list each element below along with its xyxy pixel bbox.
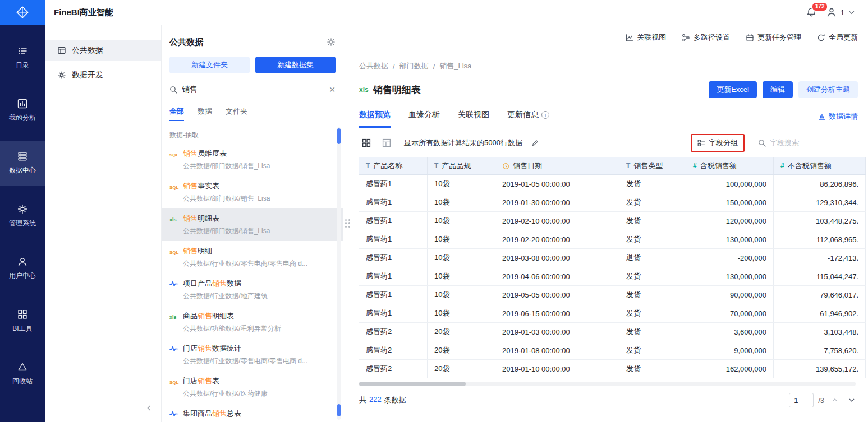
cell-product-spec: 10袋 xyxy=(428,175,495,193)
primary-nav: 目录 我的分析 数据中心 管理系统 xyxy=(0,25,45,422)
dataset-list-item[interactable]: SQL 销售员维度表 公共数据/部门数据/销售_Lisa xyxy=(162,143,343,176)
grid-view-button[interactable] xyxy=(359,136,374,150)
number-type-icon: # xyxy=(780,162,784,170)
edit-button[interactable]: 编辑 xyxy=(763,81,793,98)
dataset-list-item[interactable]: 集团商品销售总表 公共数据/功能数据/毛利异常分析 xyxy=(162,404,343,422)
horizontal-scrollbar[interactable] xyxy=(359,382,856,386)
dataset-name: 销售明细表 xyxy=(183,214,270,224)
horizontal-scrollbar-thumb[interactable] xyxy=(359,382,466,386)
multipath-icon xyxy=(682,34,690,42)
page-prev-button[interactable] xyxy=(829,394,841,406)
column-header-product-spec[interactable]: T 产品品规 xyxy=(428,157,495,174)
panel-settings-gear-icon[interactable] xyxy=(327,38,336,47)
new-dataset-button[interactable]: 新建数据集 xyxy=(255,57,336,73)
breadcrumb-separator: / xyxy=(433,62,435,71)
column-header-product-name[interactable]: T 产品名称 xyxy=(359,157,428,174)
field-group-button[interactable]: 字段分组 xyxy=(691,134,745,152)
cell-untaxed-amount: 139,655,172. xyxy=(774,360,866,378)
sidebar-item-public-data[interactable]: 公共数据 xyxy=(45,40,161,61)
tab-lineage-analysis[interactable]: 血缘分析 xyxy=(408,110,440,128)
dataset-search-input[interactable] xyxy=(182,85,324,94)
cell-product-name: 感冒药1 xyxy=(359,304,428,322)
dataset-name: 商品销售明细表 xyxy=(183,311,281,321)
multipath-settings-link[interactable]: 多路径设置 xyxy=(682,33,730,43)
nav-item-bi-tools[interactable]: BI工具 xyxy=(0,299,45,344)
create-analysis-subject-button[interactable]: 创建分析主题 xyxy=(798,81,858,98)
page-next-button[interactable] xyxy=(846,394,858,406)
breadcrumb-item[interactable]: 销售_Lisa xyxy=(439,61,471,71)
cell-product-name: 感冒药1 xyxy=(359,230,428,248)
breadcrumb-item[interactable]: 公共数据 xyxy=(359,61,388,71)
tab-data-preview[interactable]: 数据预览 xyxy=(359,110,391,128)
cell-product-name: 感冒药1 xyxy=(359,175,428,193)
dataset-name: 销售事实表 xyxy=(183,181,270,191)
nav-item-admin-system[interactable]: 管理系统 xyxy=(0,193,45,238)
column-header-untaxed-amount[interactable]: # 不含税销售额 xyxy=(774,157,866,174)
dataset-type-icon: SQL xyxy=(169,376,183,398)
dataset-type-icon: xls xyxy=(169,214,183,236)
dataset-list-item[interactable]: SQL 销售事实表 公共数据/部门数据/销售_Lisa xyxy=(162,176,343,208)
text-type-icon: T xyxy=(366,162,370,170)
dataset-list-item[interactable]: xls 销售明细表 公共数据/部门数据/销售_Lisa xyxy=(162,208,343,241)
notification-bell-button[interactable]: 172 xyxy=(806,7,817,18)
column-header-taxed-amount[interactable]: # 含税销售额 xyxy=(686,157,774,174)
field-search-input[interactable] xyxy=(770,138,843,147)
finebi-logo-icon xyxy=(15,5,30,20)
dataset-path: 公共数据/部门数据/销售_Lisa xyxy=(183,226,270,236)
cell-product-spec: 10袋 xyxy=(428,267,495,285)
data-detail-link[interactable]: 数据详情 xyxy=(818,112,858,128)
cell-sale-date: 2019-05-05 00:00:00 xyxy=(495,286,619,304)
tab-all[interactable]: 全部 xyxy=(169,106,184,121)
app-logo[interactable] xyxy=(0,0,45,25)
dataset-list-item[interactable]: SQL 销售明细 公共数据/行业数据/零售电商/零售电商 d... xyxy=(162,241,343,273)
global-update-link[interactable]: 全局更新 xyxy=(817,33,858,43)
info-icon[interactable]: i xyxy=(541,111,549,119)
total-count-value: 222 xyxy=(369,395,382,405)
nav-item-data-center[interactable]: 数据中心 xyxy=(0,141,45,186)
clear-search-icon[interactable]: ✕ xyxy=(329,85,336,94)
update-excel-button[interactable]: 更新Excel xyxy=(709,81,757,98)
cell-sale-date: 2019-01-05 00:00:00 xyxy=(495,175,619,193)
tab-data[interactable]: 数据 xyxy=(198,106,212,121)
panel-scrollbar[interactable] xyxy=(337,127,341,420)
sidebar-collapse-button[interactable] xyxy=(145,404,153,412)
dataset-list-item[interactable]: 项目产品销售数据 公共数据/行业数据/地产建筑 xyxy=(162,273,343,306)
dataset-list-item[interactable]: SQL 门店销售表 公共数据/行业数据/医药健康 xyxy=(162,371,343,404)
tab-relation-view[interactable]: 关联视图 xyxy=(458,110,489,128)
new-folder-button[interactable]: 新建文件夹 xyxy=(169,57,250,73)
tab-update-info[interactable]: 更新信息 i xyxy=(507,110,549,128)
table-row: 感冒药1 10袋 2019-05-05 00:00:00 发货 90,000,0… xyxy=(359,286,866,304)
scrollbar-match-marker xyxy=(337,404,341,416)
public-data-icon xyxy=(57,46,66,55)
nav-item-recycle-bin[interactable]: 回收站 xyxy=(0,351,45,396)
dataset-name: 门店销售表 xyxy=(183,376,268,386)
column-header-sale-type[interactable]: T 销售类型 xyxy=(619,157,686,174)
dataset-list-item[interactable]: xls 商品销售明细表 公共数据/功能数据/毛利异常分析 xyxy=(162,306,343,338)
tab-folder[interactable]: 文件夹 xyxy=(226,106,247,121)
panel-resize-handle[interactable] xyxy=(345,219,350,228)
panel-title: 公共数据 xyxy=(169,37,203,48)
dataset-path: 公共数据/部门数据/销售_Lisa xyxy=(183,161,270,171)
relation-view-link[interactable]: 关联视图 xyxy=(625,33,666,43)
update-task-management-link[interactable]: 更新任务管理 xyxy=(746,33,801,43)
cell-untaxed-amount: 103,448,275. xyxy=(774,212,866,230)
dataset-name: 销售明细 xyxy=(183,246,307,256)
data-development-icon xyxy=(57,71,66,80)
dataset-list-item[interactable]: 门店销售数据统计 公共数据/行业数据/零售电商/零售电商 d... xyxy=(162,338,343,371)
table-view-button[interactable] xyxy=(379,136,394,150)
edit-pencil-icon[interactable] xyxy=(531,139,539,147)
user-menu[interactable]: 1 xyxy=(826,7,856,18)
panel-filter-tabs: 全部 数据 文件夹 xyxy=(169,105,336,123)
nav-item-user-center[interactable]: 用户中心 xyxy=(0,246,45,291)
nav-item-my-analysis[interactable]: 我的分析 xyxy=(0,88,45,133)
column-header-sale-date[interactable]: 销售日期 xyxy=(495,157,619,174)
sidebar-item-data-development[interactable]: 数据开发 xyxy=(45,64,161,86)
dataset-path: 公共数据/行业数据/医药健康 xyxy=(183,389,268,398)
breadcrumb-item[interactable]: 部门数据 xyxy=(399,61,429,71)
nav-item-catalog[interactable]: 目录 xyxy=(0,35,45,80)
sidebar-item-label: 公共数据 xyxy=(72,45,103,55)
realtime-chart-icon xyxy=(169,280,178,288)
page-number-input[interactable] xyxy=(789,393,814,407)
dataset-search-box: ✕ xyxy=(169,80,336,99)
dataset-type-icon xyxy=(169,279,183,301)
